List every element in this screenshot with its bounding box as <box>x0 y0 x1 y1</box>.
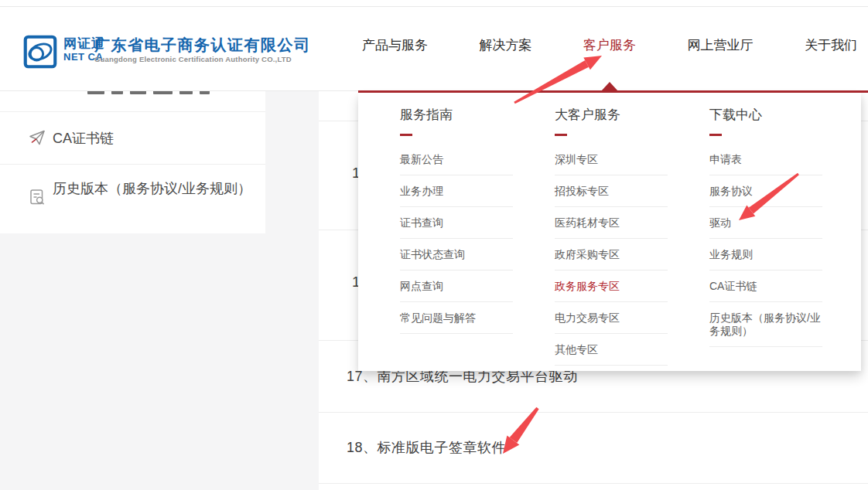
doc-search-icon <box>28 188 46 206</box>
column-title: 服务指南 <box>400 106 513 124</box>
menu-item-history-versions[interactable]: 历史版本（服务协议/业务规则） <box>709 302 822 347</box>
sidebar-item-label: 历史版本（服务协议/业务规则） <box>53 178 257 199</box>
list-item-18[interactable]: 18、标准版电子签章软件 <box>347 438 506 457</box>
customer-service-dropdown: 服务指南 最新公告 业务办理 证书查询 证书状态查询 网点查询 常见问题与解答 … <box>358 93 861 371</box>
dropdown-column-download-center: 下载中心 申请表 服务协议 驱动 业务规则 CA证书链 历史版本（服务协议/业务… <box>709 106 822 347</box>
menu-item-faq[interactable]: 常见问题与解答 <box>400 302 513 334</box>
dropdown-top-border <box>358 90 868 93</box>
menu-item-other-zones[interactable]: 其他专区 <box>555 334 668 366</box>
menu-item-latest-announcements[interactable]: 最新公告 <box>400 144 513 175</box>
sidebar: CA证书链 历史版本（服务协议/业务规则） <box>0 90 265 233</box>
menu-item-power-trading-zone[interactable]: 电力交易专区 <box>555 302 668 334</box>
menu-item-shenzhen-zone[interactable]: 深圳专区 <box>555 144 668 175</box>
list-divider <box>319 412 868 413</box>
menu-item-business-handling[interactable]: 业务办理 <box>400 175 513 207</box>
nav-item-online-hall[interactable]: 网上营业厅 <box>688 36 754 54</box>
menu-item-government-procurement-zone[interactable]: 政府采购专区 <box>555 239 668 271</box>
dropdown-column-service-guide: 服务指南 最新公告 业务办理 证书查询 证书状态查询 网点查询 常见问题与解答 <box>400 106 513 334</box>
nav-item-about-us[interactable]: 关于我们 <box>805 36 857 54</box>
sidebar-item-ca-cert-chain[interactable]: CA证书链 <box>0 112 265 165</box>
title-underline <box>709 134 722 136</box>
menu-item-bidding-zone[interactable]: 招投标专区 <box>555 175 668 207</box>
menu-item-certificate-query[interactable]: 证书查询 <box>400 207 513 239</box>
sidebar-item-history-versions[interactable]: 历史版本（服务协议/业务规则） <box>0 165 265 235</box>
netca-logo-icon[interactable] <box>23 35 57 69</box>
menu-item-certificate-status-query[interactable]: 证书状态查询 <box>400 239 513 271</box>
menu-item-service-agreement[interactable]: 服务协议 <box>709 175 822 207</box>
page: 网证通 NET CA 广东省电子商务认证有限公司 Guangdong Elect… <box>0 0 868 490</box>
company-name: 广东省电子商务认证有限公司 <box>94 35 311 56</box>
dropdown-column-key-accounts: 大客户服务 深圳专区 招投标专区 医药耗材专区 政府采购专区 政务服务专区 电力… <box>555 106 668 366</box>
menu-item-application-form[interactable]: 申请表 <box>709 144 822 175</box>
menu-item-government-services-zone[interactable]: 政务服务专区 <box>555 271 668 302</box>
menu-item-ca-cert-chain[interactable]: CA证书链 <box>709 271 822 302</box>
menu-item-branch-query[interactable]: 网点查询 <box>400 271 513 302</box>
main-nav: 产品与服务 解决方案 客户服务 网上营业厅 关于我们 <box>362 0 857 90</box>
menu-item-medical-consumables-zone[interactable]: 医药耗材专区 <box>555 207 668 239</box>
menu-item-driver[interactable]: 驱动 <box>709 207 822 239</box>
list-divider <box>319 483 868 484</box>
menu-item-business-rules[interactable]: 业务规则 <box>709 239 822 271</box>
paper-plane-icon <box>28 128 46 147</box>
sidebar-item-label: CA证书链 <box>53 129 114 148</box>
nav-item-customer-service[interactable]: 客户服务 <box>583 36 636 54</box>
title-underline <box>555 134 567 136</box>
sidebar-item-clipped[interactable] <box>0 90 265 112</box>
column-title: 大客户服务 <box>555 106 668 124</box>
title-underline <box>400 134 412 136</box>
nav-item-products[interactable]: 产品与服务 <box>362 36 428 54</box>
header: 网证通 NET CA 广东省电子商务认证有限公司 Guangdong Elect… <box>0 0 868 91</box>
company-name-english: Guangdong Electronic Certification Autho… <box>94 55 292 63</box>
column-title: 下载中心 <box>709 106 822 124</box>
nav-item-solutions[interactable]: 解决方案 <box>480 36 532 54</box>
